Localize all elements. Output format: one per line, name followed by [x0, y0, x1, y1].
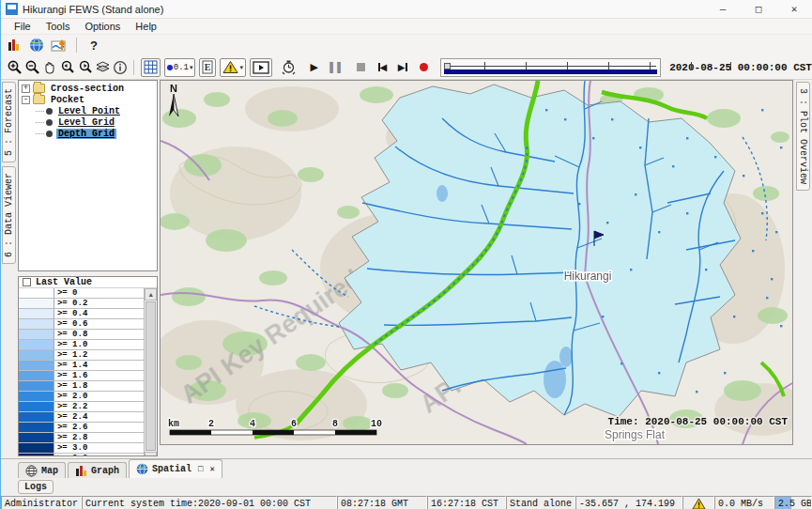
- tree-item-level-grid[interactable]: Level Grid: [19, 116, 157, 128]
- menu-file[interactable]: File: [7, 20, 38, 33]
- legend-threshold-label: >= 1.6: [54, 371, 144, 380]
- grid-scale-dropdown[interactable]: 0.1 ▾: [164, 58, 196, 77]
- animation-window-button[interactable]: [250, 58, 272, 77]
- folder-icon: [33, 95, 45, 104]
- stop-button[interactable]: [354, 59, 366, 76]
- tree-expander-icon[interactable]: -: [22, 96, 30, 104]
- legend-color-swatch: [19, 412, 54, 422]
- data-panel: +Cross-section-PocketLevel PointLevel Gr…: [18, 80, 160, 458]
- legend-color-swatch: [19, 330, 54, 339]
- map-globe-icon[interactable]: [27, 36, 46, 54]
- legend-threshold-label: >= 0.4: [54, 309, 144, 318]
- legend-row: >= 2.0: [19, 392, 144, 402]
- tree-item-pocket[interactable]: -Pocket: [19, 94, 157, 105]
- legend-threshold-label: >= 1.8: [54, 381, 144, 391]
- svg-text:8: 8: [332, 419, 338, 429]
- legend-threshold-label: >= 2.0: [54, 392, 144, 401]
- maximize-button[interactable]: □: [741, 0, 776, 18]
- warnings-dropdown[interactable]: ▾: [220, 58, 246, 77]
- minimize-button[interactable]: —: [705, 0, 741, 18]
- scrollbar-thumb[interactable]: [146, 301, 156, 451]
- legend-color-swatch: [19, 402, 54, 411]
- legend-color-swatch: [19, 319, 54, 329]
- map-globe-icon: [25, 465, 38, 477]
- time-slider-handle[interactable]: [444, 63, 451, 69]
- skip-to-start-button[interactable]: ◀: [376, 59, 389, 76]
- window-title: Hikurangi FEWS (Stand alone): [23, 4, 163, 15]
- close-button[interactable]: ✕: [776, 0, 812, 18]
- legend-threshold-label: >= 3.2: [54, 454, 144, 456]
- legend-color-swatch: [19, 340, 54, 349]
- last-value-label: Last Value: [36, 277, 92, 287]
- play-button[interactable]: ▶: [308, 59, 320, 76]
- side-tab-3-plot-overview[interactable]: 3 : Plot Overview: [796, 82, 810, 191]
- side-tab-5-forecast[interactable]: 5 : Forecast: [2, 82, 16, 162]
- legend-color-swatch: [19, 350, 54, 360]
- record-button[interactable]: [418, 59, 430, 76]
- tree-item-depth-grid[interactable]: Depth Grid: [19, 128, 157, 139]
- left-tab-strip: 5 : Forecast6 : Data Viewer: [1, 80, 18, 458]
- legend-row: >= 2.8: [19, 433, 144, 443]
- scale-value: 0.1: [174, 63, 189, 72]
- legend-row: >= 0.6: [19, 319, 144, 330]
- tree-expander-icon[interactable]: +: [22, 85, 30, 93]
- scroll-up-icon[interactable]: ▲: [145, 288, 157, 301]
- side-tab-6-data-viewer[interactable]: 6 : Data Viewer: [2, 166, 16, 264]
- tab-close-icon[interactable]: ✕: [209, 464, 214, 474]
- pan-hand-icon[interactable]: [42, 58, 57, 77]
- legend-threshold-label: >= 2.8: [54, 433, 144, 442]
- main-toolbar: ?: [1, 35, 812, 55]
- time-slider-range: [444, 69, 658, 74]
- menu-options[interactable]: Options: [77, 20, 128, 33]
- legend-threshold-label: >= 1.2: [54, 350, 144, 360]
- menu-bar: FileToolsOptionsHelp: [1, 19, 812, 35]
- status-cell-coordinates: -35.657 , 174.199: [575, 496, 682, 509]
- chevron-down-icon: ▾: [190, 64, 193, 71]
- scale-bar-segments: [170, 430, 376, 435]
- pause-button[interactable]: ▌▌: [329, 59, 345, 76]
- tab-maximize-icon[interactable]: □: [198, 465, 203, 474]
- legend-threshold-label: >= 0: [54, 288, 144, 298]
- legend-panel: Last Value >= 0>= 0.2>= 0.4>= 0.6>= 0.8>…: [18, 276, 158, 456]
- grid-toggle-button[interactable]: [141, 58, 161, 77]
- status-cell-warning[interactable]: [682, 496, 714, 509]
- right-tab-strip: 3 : Plot Overview: [793, 80, 812, 458]
- time-settings-icon[interactable]: [281, 58, 297, 77]
- map-toolbar: 0.1 ▾ E ▾ ▶ ▌▌ ◀ ▶ 2020-08-25 00:00:00 C…: [1, 55, 812, 80]
- help-icon[interactable]: ?: [84, 36, 103, 54]
- skip-to-end-button[interactable]: ▶: [396, 59, 408, 76]
- menu-help[interactable]: Help: [128, 20, 164, 33]
- legend-color-swatch: [19, 443, 54, 453]
- zoom-out-icon[interactable]: [24, 58, 40, 77]
- zoom-previous-icon[interactable]: [59, 58, 75, 77]
- time-slider[interactable]: [440, 58, 662, 77]
- tree-item-label: Depth Grid: [56, 129, 116, 139]
- legend-color-swatch: [19, 381, 54, 391]
- dock-tab-label: Spatial: [152, 464, 192, 474]
- dock-tab-label: Map: [41, 466, 58, 476]
- dock-tab-map[interactable]: Map: [18, 462, 66, 478]
- zoom-next-icon[interactable]: [77, 58, 93, 77]
- legend-classbreaks: >= 0>= 0.2>= 0.4>= 0.6>= 0.8>= 1.0>= 1.2…: [19, 288, 144, 456]
- zoom-in-icon[interactable]: [7, 58, 23, 77]
- tree-item-label: Pocket: [49, 95, 86, 105]
- legend-threshold-label: >= 1.0: [54, 340, 144, 349]
- dock-tab-spatial[interactable]: Spatial□✕: [129, 459, 222, 478]
- layers-icon[interactable]: [95, 58, 111, 77]
- tree-item-label: Cross-section: [49, 84, 126, 94]
- logs-tab[interactable]: Logs: [18, 480, 54, 494]
- info-icon[interactable]: [113, 58, 128, 77]
- legend-scrollbar[interactable]: ▲ ▼: [144, 288, 157, 456]
- time-slider-track: [445, 66, 657, 67]
- last-value-checkbox[interactable]: [23, 278, 31, 286]
- scroll-down-icon[interactable]: ▼: [145, 452, 157, 456]
- map-canvas[interactable]: API Key Required API Key Required: [161, 81, 792, 444]
- spatial-display-icon[interactable]: [50, 36, 69, 54]
- legend-row: >= 3.2: [19, 454, 144, 456]
- tree-item-level-point[interactable]: Level Point: [19, 105, 157, 116]
- menu-tools[interactable]: Tools: [38, 20, 78, 33]
- label-toggle-button[interactable]: E: [199, 58, 216, 77]
- database-viewer-icon[interactable]: [5, 36, 23, 54]
- svg-text:4: 4: [250, 419, 255, 429]
- dock-tab-graph[interactable]: Graph: [68, 462, 127, 478]
